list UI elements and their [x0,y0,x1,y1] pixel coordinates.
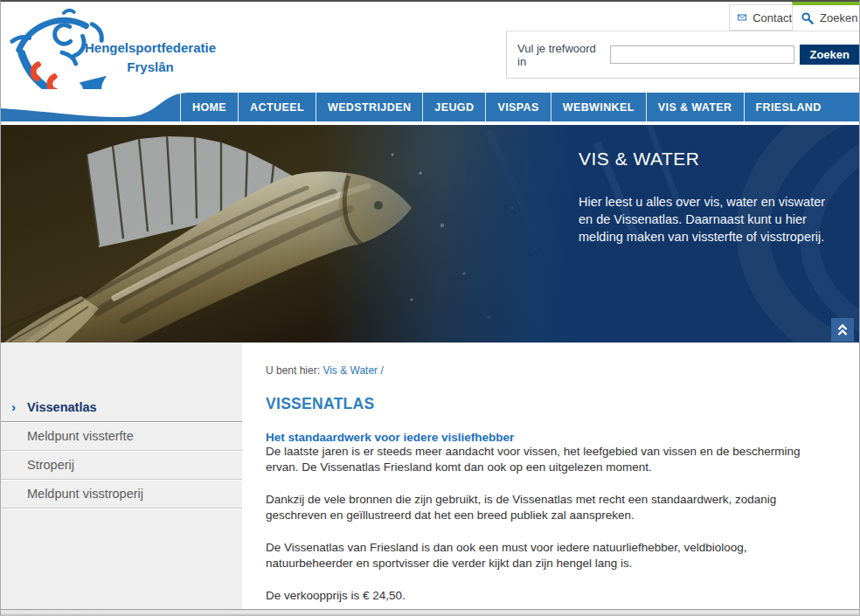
page-bottom-bar [1,609,859,616]
brand-line1: Hengelsportfederatie [76,38,225,58]
search-label: Vul je trefwoord in [517,42,603,68]
search-tab-label: Zoeken [820,11,857,24]
content-area: › Vissenatlas Meldpunt vissterfte Strope… [1,343,859,609]
site-brand: Hengelsportfederatie Fryslân [76,38,225,77]
page-title: VISSENATLAS [266,395,859,413]
sidebar-item-label: Meldpunt visstroperij [27,487,143,501]
search-tab[interactable]: Zoeken [792,2,860,31]
nav-items: HOME ACTUEEL WEDSTRIJDEN JEUGD VISPAS WE… [180,93,833,121]
sidebar-item-label: Meldpunt vissterfte [27,429,134,443]
breadcrumb-link-vis-water[interactable]: Vis & Water / [322,364,383,377]
magnifier-icon [801,12,814,24]
article-subtitle: Het standaardwerk voor iedere visliefheb… [266,431,859,444]
sidebar-item-label: Vissenatlas [27,400,97,414]
sidebar-item-meldpunt-vissterfte[interactable]: Meldpunt vissterfte [1,422,242,451]
scroll-to-top-button[interactable] [831,318,854,342]
article-paragraph: De laatste jaren is er steeds meer aanda… [266,444,821,475]
contact-tab[interactable]: Contact [729,4,792,31]
envelope-icon [738,12,746,23]
nav-item-actueel[interactable]: ACTUEEL [238,93,316,121]
sidebar: › Vissenatlas Meldpunt vissterfte Strope… [1,343,242,609]
nav-item-wedstrijden[interactable]: WEDSTRIJDEN [316,93,422,121]
search-input[interactable] [610,45,794,64]
brand-line2: Fryslân [76,58,225,77]
sidebar-item-stroperij[interactable]: Stroperij [1,451,242,480]
hero-description: Hier leest u alles over vis, water en vi… [579,193,841,246]
main-content: U bent hier: Vis & Water / VISSENATLAS H… [242,343,859,609]
sidebar-item-label: Stroperij [27,458,74,472]
nav-item-home[interactable]: HOME [180,93,238,121]
page: Hengelsportfederatie Fryslân Contact Zoe… [0,0,860,616]
hero-photo-blend [1,125,578,343]
breadcrumb: U bent hier: Vis & Water / [266,364,859,377]
search-panel: Vul je trefwoord in Zoeken [506,31,860,79]
sidebar-item-meldpunt-visstroperij[interactable]: Meldpunt visstroperij [1,480,242,509]
nav-item-vis-water[interactable]: VIS & WATER [646,93,744,121]
main-navigation: HOME ACTUEEL WEDSTRIJDEN JEUGD VISPAS WE… [1,89,859,125]
sidebar-menu: › Vissenatlas Meldpunt vissterfte Strope… [1,393,242,509]
header: Hengelsportfederatie Fryslân Contact Zoe… [1,2,859,89]
double-chevron-up-icon [836,323,849,336]
price-line: De verkoopprijs is € 24,50. [266,588,821,604]
nav-item-friesland[interactable]: FRIESLAND [744,93,833,121]
hero-banner: VIS & WATER Hier leest u alles over vis,… [1,125,859,343]
chevron-right-icon: › [11,399,16,414]
nav-item-jeugd[interactable]: JEUGD [422,93,485,121]
search-submit-button[interactable]: Zoeken [800,45,859,65]
hero-title: VIS & WATER [579,149,841,170]
breadcrumb-prefix: U bent hier: [266,364,322,377]
contact-tab-label: Contact [752,11,792,24]
hero-text-block: VIS & WATER Hier leest u alles over vis,… [579,149,841,246]
article-paragraph: De Vissenatlas van Friesland is dan ook … [266,540,821,571]
nav-item-webwinkel[interactable]: WEBWINKEL [551,93,646,121]
article-paragraph: Dankzij de vele bronnen die zijn gebruik… [266,492,821,523]
sidebar-item-vissenatlas[interactable]: › Vissenatlas [1,393,242,422]
nav-item-vispas[interactable]: VISPAS [485,93,550,121]
